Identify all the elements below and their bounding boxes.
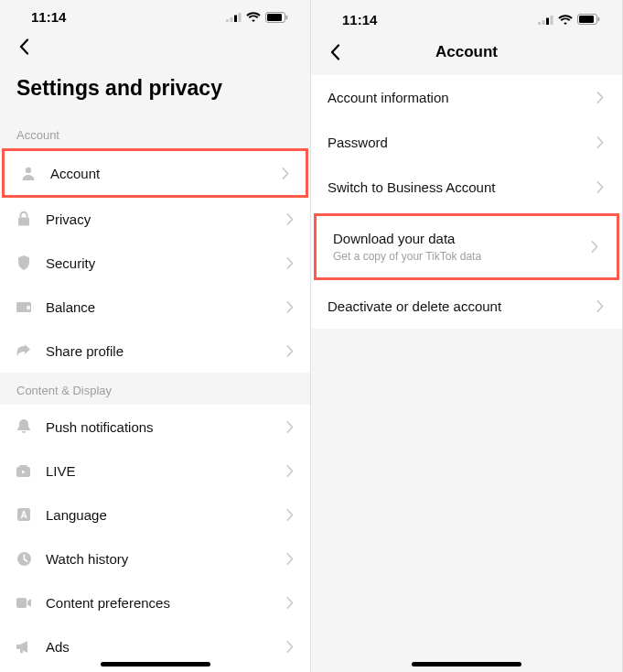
list-content: Push notifications LIVE A Language Watch… <box>0 405 310 672</box>
wifi-icon <box>246 12 261 22</box>
chevron-left-icon <box>330 44 340 60</box>
cellular-icon <box>538 15 553 25</box>
chevron-right-icon <box>595 92 606 103</box>
person-icon <box>19 164 38 182</box>
row-label: Download your data <box>333 231 589 246</box>
row-push-notifications[interactable]: Push notifications <box>0 405 310 449</box>
chevron-right-icon <box>285 553 295 564</box>
row-label: Watch history <box>46 551 285 567</box>
chevron-right-icon <box>589 242 600 253</box>
row-account[interactable]: Account <box>2 148 308 198</box>
row-label: Account <box>50 166 280 181</box>
row-label: Ads <box>46 639 285 655</box>
row-label: Content preferences <box>46 595 285 611</box>
svg-rect-21 <box>551 16 553 25</box>
lock-icon <box>15 210 33 228</box>
status-bar: 11:14 <box>0 0 310 28</box>
row-language[interactable]: A Language <box>0 493 310 537</box>
share-icon <box>15 341 33 360</box>
wallet-icon <box>15 298 33 316</box>
svg-rect-2 <box>234 16 237 23</box>
row-label: Account information <box>328 90 595 105</box>
svg-rect-0 <box>226 19 229 22</box>
svg-rect-8 <box>18 218 29 226</box>
chevron-right-icon <box>285 213 295 224</box>
chevron-right-icon <box>595 137 606 148</box>
row-share-profile[interactable]: Share profile <box>0 329 310 373</box>
bell-icon <box>15 417 33 436</box>
row-label: Password <box>328 135 595 150</box>
chevron-right-icon <box>285 597 295 608</box>
chevron-right-icon <box>285 465 295 476</box>
row-live[interactable]: LIVE <box>0 449 310 493</box>
chevron-right-icon <box>280 168 291 179</box>
svg-rect-12 <box>19 465 27 467</box>
chevron-right-icon <box>285 345 295 356</box>
svg-rect-23 <box>579 16 594 23</box>
row-switch-business[interactable]: Switch to Business Account <box>311 165 622 210</box>
screen-account: 11:14 Account Account information Passwo… <box>311 0 623 672</box>
back-button[interactable] <box>13 36 35 58</box>
video-icon <box>15 593 33 612</box>
row-label: LIVE <box>46 463 285 479</box>
chevron-right-icon <box>595 301 606 312</box>
section-label-account: Account <box>0 117 310 149</box>
svg-rect-6 <box>286 15 288 18</box>
back-button[interactable] <box>324 41 346 63</box>
wifi-icon <box>558 15 573 25</box>
row-label: Security <box>46 255 285 271</box>
battery-icon <box>265 12 288 23</box>
svg-rect-5 <box>267 14 282 21</box>
row-label: Privacy <box>46 211 285 227</box>
chevron-right-icon <box>285 421 295 432</box>
chevron-right-icon <box>285 509 295 520</box>
shield-icon <box>15 254 33 272</box>
row-account-information[interactable]: Account information <box>311 75 622 120</box>
header <box>0 28 310 63</box>
row-label: Balance <box>46 299 285 315</box>
row-label: Deactivate or delete account <box>328 298 595 314</box>
svg-rect-24 <box>598 17 600 21</box>
svg-rect-16 <box>16 598 27 608</box>
svg-rect-18 <box>538 22 541 25</box>
chevron-right-icon <box>285 641 295 652</box>
cellular-icon <box>226 12 242 22</box>
megaphone-icon <box>15 637 33 656</box>
row-label: Language <box>46 507 285 523</box>
list-account: Account Privacy Security Balance <box>0 149 310 373</box>
row-privacy[interactable]: Privacy <box>0 197 310 241</box>
home-indicator[interactable] <box>101 662 210 667</box>
row-display[interactable]: Display <box>0 668 310 672</box>
section-label-content: Content & Display <box>0 373 310 405</box>
status-bar: 11:14 <box>311 0 622 33</box>
svg-rect-10 <box>27 306 30 309</box>
header: Account <box>311 33 622 70</box>
row-content-preferences[interactable]: Content preferences <box>0 580 310 624</box>
chevron-left-icon <box>19 38 29 55</box>
clock-icon <box>15 549 33 568</box>
row-watch-history[interactable]: Watch history <box>0 537 310 580</box>
row-label: Switch to Business Account <box>328 179 595 195</box>
row-download-data[interactable]: Download your data Get a copy of your Ti… <box>314 213 619 280</box>
page-title: Settings and privacy <box>0 63 310 117</box>
screen-settings: 11:14 Settings and privacy Account Accou… <box>0 0 311 672</box>
status-icons <box>538 14 600 25</box>
svg-rect-3 <box>239 13 242 22</box>
svg-rect-1 <box>231 17 233 22</box>
status-time: 11:14 <box>22 9 66 25</box>
home-indicator[interactable] <box>412 662 521 667</box>
page-title: Account <box>311 43 622 61</box>
status-time: 11:14 <box>333 12 377 27</box>
row-password[interactable]: Password <box>311 120 622 165</box>
broadcast-icon <box>15 461 33 480</box>
chevron-right-icon <box>595 182 606 193</box>
status-icons <box>226 12 288 23</box>
row-deactivate-delete[interactable]: Deactivate or delete account <box>311 284 622 329</box>
svg-point-7 <box>26 168 31 173</box>
row-balance[interactable]: Balance <box>0 285 310 329</box>
row-security[interactable]: Security <box>0 241 310 285</box>
svg-rect-19 <box>542 20 545 25</box>
list-account-detail: Account information Password Switch to B… <box>311 75 622 329</box>
chevron-right-icon <box>285 257 295 268</box>
svg-rect-20 <box>546 17 549 25</box>
